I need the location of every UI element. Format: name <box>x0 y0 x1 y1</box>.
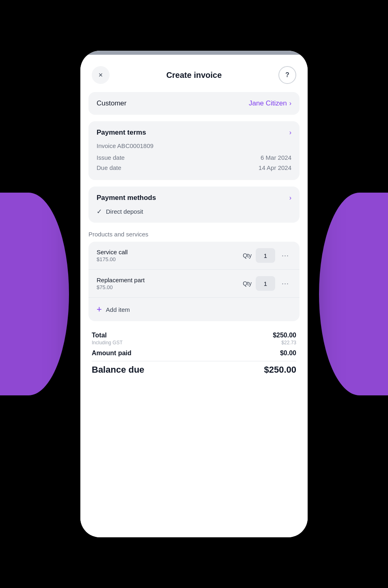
help-button[interactable]: ? <box>278 66 296 84</box>
due-date-value: 14 Apr 2024 <box>259 164 291 171</box>
payment-methods-header-row: Payment methods › <box>97 194 291 202</box>
decorative-blob-right <box>319 193 388 395</box>
total-label: Total <box>92 332 107 339</box>
header: × Create invoice ? <box>80 55 308 92</box>
decorative-blob-left <box>0 193 69 395</box>
issue-date-row: Issue date 6 Mar 2024 <box>97 152 291 163</box>
payment-methods-chevron-icon[interactable]: › <box>289 194 291 202</box>
issue-date-label: Issue date <box>97 154 125 161</box>
product-controls-2: Qty 1 ··· <box>243 276 291 291</box>
amount-paid-value: $0.00 <box>280 350 296 357</box>
gst-label: Including GST <box>92 340 123 346</box>
product-info-1: Service call $175.00 <box>97 249 128 262</box>
balance-due-label: Balance due <box>92 365 144 375</box>
payment-terms-chevron-icon[interactable]: › <box>289 129 291 136</box>
totals-section: Total $250.00 Including GST $22.73 Amoun… <box>80 328 308 375</box>
product-info-2: Replacement part $75.00 <box>97 277 144 290</box>
customer-name: Jane Citizen <box>249 99 287 107</box>
phone-shell: × Create invoice ? Customer Jane Citizen… <box>80 51 308 537</box>
help-icon: ? <box>285 71 289 79</box>
product-price-2: $75.00 <box>97 284 144 290</box>
qty-label-1: Qty <box>243 252 252 259</box>
due-date-row: Due date 14 Apr 2024 <box>97 163 291 173</box>
payment-method-label: Direct deposit <box>106 208 143 215</box>
qty-value-1[interactable]: 1 <box>256 248 275 263</box>
products-section: Service call $175.00 Qty 1 ··· Replaceme… <box>88 242 300 321</box>
invoice-number: Invoice ABC0001809 <box>97 142 291 149</box>
issue-date-value: 6 Mar 2024 <box>261 154 291 161</box>
payment-methods-title: Payment methods <box>97 194 156 202</box>
payment-terms-section: Payment terms › Invoice ABC0001809 Issue… <box>88 121 300 180</box>
page-title: Create invoice <box>166 71 222 80</box>
total-value: $250.00 <box>273 332 296 339</box>
close-icon: × <box>99 71 103 79</box>
product-name-1: Service call <box>97 249 128 255</box>
add-icon: + <box>97 304 102 315</box>
total-row: Total $250.00 <box>92 332 296 339</box>
qty-label-2: Qty <box>243 280 252 287</box>
customer-section[interactable]: Customer Jane Citizen › <box>88 92 300 115</box>
product-name-2: Replacement part <box>97 277 144 283</box>
more-button-2[interactable]: ··· <box>279 278 291 290</box>
customer-chevron-icon: › <box>289 100 291 107</box>
customer-label: Customer <box>97 99 127 107</box>
due-date-label: Due date <box>97 164 121 171</box>
add-item-label: Add item <box>106 306 130 313</box>
balance-due-value: $250.00 <box>264 365 296 375</box>
customer-row: Customer Jane Citizen › <box>97 99 291 107</box>
phone-content: × Create invoice ? Customer Jane Citizen… <box>80 55 308 537</box>
qty-value-2[interactable]: 1 <box>256 276 275 291</box>
checkmark-icon: ✓ <box>97 208 102 215</box>
product-item-2: Replacement part $75.00 Qty 1 ··· <box>88 270 300 298</box>
phone-top-bar <box>80 51 308 55</box>
product-item-1: Service call $175.00 Qty 1 ··· <box>88 242 300 270</box>
gst-row: Including GST $22.73 <box>92 340 296 346</box>
balance-row: Balance due $250.00 <box>92 365 296 375</box>
totals-divider <box>92 361 296 361</box>
add-item-button[interactable]: + Add item <box>88 298 300 321</box>
customer-value-button[interactable]: Jane Citizen › <box>249 99 291 107</box>
product-price-1: $175.00 <box>97 256 128 262</box>
payment-method-row: ✓ Direct deposit <box>97 208 291 215</box>
products-section-label: Products and services <box>88 231 300 238</box>
product-controls-1: Qty 1 ··· <box>243 248 291 263</box>
more-button-1[interactable]: ··· <box>279 250 291 262</box>
amount-paid-row: Amount paid $0.00 <box>92 350 296 357</box>
amount-paid-label: Amount paid <box>92 350 131 357</box>
payment-terms-header-row: Payment terms › <box>97 129 291 137</box>
gst-value: $22.73 <box>281 340 296 346</box>
payment-terms-title: Payment terms <box>97 129 146 137</box>
payment-methods-section: Payment methods › ✓ Direct deposit <box>88 187 300 223</box>
close-button[interactable]: × <box>92 66 110 84</box>
